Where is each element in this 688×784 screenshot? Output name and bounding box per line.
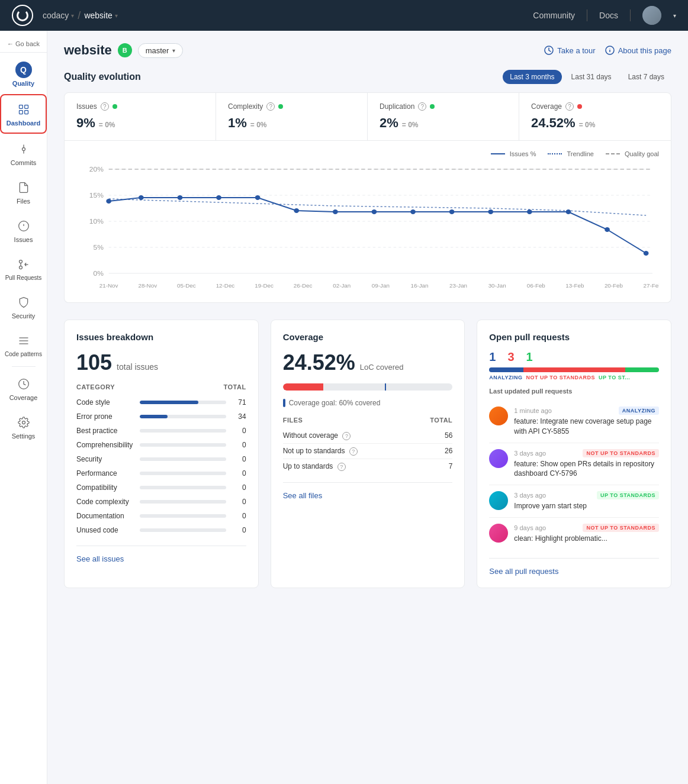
svg-point-43 [527,209,532,214]
metric-duplication-value: 2% = 0% [380,115,507,131]
metric-issues: Issues ? 9% = 0% [65,93,216,140]
svg-point-10 [19,260,22,263]
sidebar-item-coverage[interactable]: Coverage [0,370,47,407]
without-coverage-info[interactable]: ? [342,432,351,440]
pr-meta-1: 3 days ago NOT UP TO STANDARDS [514,449,659,457]
svg-point-34 [178,195,183,200]
pr-badge-3: NOT UP TO STANDARDS [583,524,659,532]
pull-requests-icon [15,256,32,273]
svg-text:10%: 10% [89,218,104,224]
dashboard-icon [15,101,32,118]
pr-title-3[interactable]: clean: Highlight problematic... [514,534,659,544]
not-up-to-standards-info[interactable]: ? [349,447,358,456]
branch-badge: B [118,43,132,57]
svg-text:16-Jan: 16-Jan [410,282,428,288]
pr-bar-up-to [625,367,659,372]
pr-title-0[interactable]: feature: Integrate new coverage setup pa… [514,417,659,437]
pr-title-2[interactable]: Improve yarn start step [514,501,659,511]
svg-text:09-Jan: 09-Jan [372,282,390,288]
docs-link[interactable]: Docs [599,11,618,20]
metric-coverage-info[interactable]: ? [565,102,574,111]
issues-bar-code-style [140,401,226,404]
svg-text:26-Dec: 26-Dec [294,282,313,288]
see-all-prs-link[interactable]: See all pull requests [489,567,558,576]
issues-table-header: Category Total [76,383,246,391]
codacy-logo[interactable] [12,5,33,26]
metric-coverage-label: Coverage ? [531,102,659,111]
user-avatar[interactable] [642,6,661,25]
sidebar-item-dashboard[interactable]: Dashboard [0,94,47,134]
info-icon [605,46,615,55]
pr-item-1: 3 days ago NOT UP TO STANDARDS feature: … [489,443,659,486]
svg-rect-0 [19,105,22,109]
svg-text:13-Feb: 13-Feb [565,282,584,288]
see-all-issues-link[interactable]: See all issues [76,554,124,563]
sidebar-item-quality[interactable]: Q Quality [0,56,47,93]
quality-chart: 20% 15% 10% 5% 0% [76,163,659,293]
legend-trendline-line [548,153,562,154]
about-page-button[interactable]: About this page [605,46,671,55]
metric-complexity-info[interactable]: ? [266,102,275,111]
go-back-button[interactable]: ← Go back [0,36,47,53]
svg-rect-2 [19,111,22,114]
coverage-title: Coverage [283,332,453,342]
svg-rect-3 [24,111,28,114]
issues-breakdown-card: Issues breakdown 105 total issues Catego… [64,320,259,588]
sidebar-coverage-label: Coverage [9,394,38,401]
sidebar-item-code-patterns[interactable]: Code patterns [0,327,47,363]
svg-text:0%: 0% [94,270,104,276]
sidebar-item-settings[interactable]: Settings [0,408,47,446]
sidebar-item-pull-requests[interactable]: Pull Requests [0,250,47,287]
coverage-card: Coverage 24.52% LoC covered Coverage goa… [271,320,465,588]
app-layout: ← Go back Q Quality Dashboard Commits [0,31,688,784]
sidebar: ← Go back Q Quality Dashboard Commits [0,31,47,784]
svg-point-33 [139,195,144,200]
metric-issues-dot [112,104,117,109]
svg-point-38 [333,209,338,214]
pr-avatar-3 [489,524,508,543]
time-filter-31days[interactable]: Last 31 days [564,70,619,84]
main-content: website B master ▾ Take a tour About thi… [47,31,688,784]
issues-bar-unused-code [140,528,226,532]
svg-text:28-Nov: 28-Nov [138,282,157,288]
issues-row-best-practice: Best practice 0 [76,424,246,438]
community-link[interactable]: Community [533,11,575,20]
nav-separator: / [78,9,81,22]
see-all-files-link[interactable]: See all files [283,491,322,500]
sidebar-item-security[interactable]: Security [0,288,47,325]
time-filter-3months[interactable]: Last 3 months [503,70,561,84]
metric-duplication: Duplication ? 2% = 0% [368,93,519,140]
pr-label-up-to: UP TO ST... [599,375,630,380]
svg-point-46 [644,251,649,256]
issues-bar-code-complexity [140,500,226,504]
sidebar-item-commits[interactable]: Commits [0,135,47,172]
pr-avatar-1 [489,449,508,468]
pr-card-footer: See all pull requests [489,558,659,576]
metric-coverage-value: 24.52% = 0% [531,115,659,131]
time-filter-7days[interactable]: Last 7 days [621,70,671,84]
take-tour-button[interactable]: Take a tour [544,46,595,55]
issues-card-footer: See all issues [76,546,246,563]
issues-row-performance: Performance 0 [76,466,246,480]
sidebar-issues-label: Issues [14,236,33,243]
branch-selector[interactable]: master ▾ [138,43,184,58]
pr-item-0: 1 minute ago ANALYZING feature: Integrat… [489,401,659,443]
pr-meta-3: 9 days ago NOT UP TO STANDARDS [514,524,659,532]
commits-icon [15,141,32,157]
pr-item-2: 3 days ago UP TO STANDARDS Improve yarn … [489,485,659,518]
legend-quality-goal-line [606,153,620,154]
pr-title-1[interactable]: feature: Show open PRs details in reposi… [514,459,659,479]
sidebar-item-issues[interactable]: Issues [0,212,47,249]
sidebar-item-files[interactable]: Files [0,173,47,211]
issues-row-compatibility: Compatibility 0 [76,480,246,495]
metric-issues-info[interactable]: ? [101,102,109,111]
org-selector[interactable]: codacy ▾ [43,11,74,20]
up-to-standards-info[interactable]: ? [337,463,346,471]
topnav: codacy ▾ / website ▾ Community Docs ▾ [0,0,688,31]
metric-coverage-dot [577,104,582,109]
header-actions: Take a tour About this page [544,46,671,55]
svg-text:23-Jan: 23-Jan [449,282,467,288]
pr-bar-not-up [523,367,625,372]
repo-selector[interactable]: website ▾ [84,11,117,20]
metric-duplication-info[interactable]: ? [418,102,426,111]
